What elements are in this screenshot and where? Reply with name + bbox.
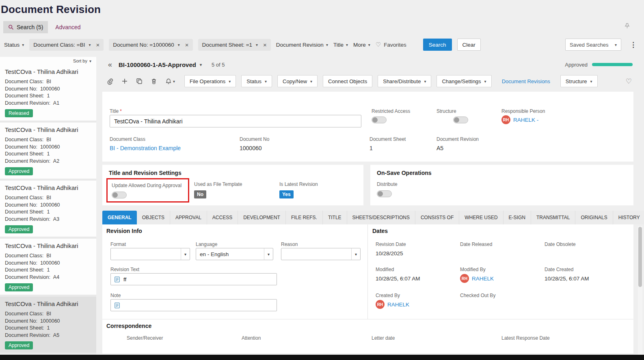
- tab-where-used[interactable]: WHERE USED: [459, 211, 503, 224]
- search-results-tab[interactable]: Search (5): [3, 21, 48, 33]
- copy-icon[interactable]: [135, 75, 144, 87]
- result-item-selected[interactable]: TestCOva - Thilina Adhikari Document Cla…: [0, 297, 96, 353]
- vertical-scrollbar[interactable]: [638, 226, 642, 355]
- title-revision-settings-card: Title and Revision Settings Update Allow…: [102, 165, 363, 205]
- tab-approval[interactable]: APPROVAL: [170, 211, 207, 224]
- document-revision-filter-dropdown[interactable]: Document Revision ▾: [276, 42, 328, 48]
- filter-dropdown-label: Document Revision: [276, 42, 324, 48]
- modified-by-link[interactable]: RAHELK: [472, 276, 494, 282]
- tab-consists-of[interactable]: CONSISTS OF: [415, 211, 459, 224]
- tab-objects[interactable]: OBJECTS: [137, 211, 170, 224]
- tab-file-refs[interactable]: FILE REFS.: [286, 211, 323, 224]
- sort-by-dropdown[interactable]: Sort by ▾: [0, 57, 96, 65]
- toolbar-button-label: Change/Settings: [442, 78, 481, 84]
- distribute-toggle[interactable]: [377, 190, 392, 197]
- result-item[interactable]: TestCOva - Thilina Adhikari Document Cla…: [0, 181, 96, 237]
- checked-out-by-label: Checked Out By: [460, 293, 495, 298]
- responsible-person-link[interactable]: RAHELK -: [513, 117, 538, 123]
- required-mark: *: [120, 108, 122, 114]
- update-allowed-toggle[interactable]: [112, 192, 127, 198]
- status-filter-dropdown[interactable]: Status ▾: [4, 42, 24, 48]
- structure-toggle-label: Structure: [437, 108, 456, 114]
- created-by-link[interactable]: RAHELK: [387, 302, 409, 308]
- result-field-value: A3: [53, 216, 59, 223]
- result-item[interactable]: TestCOva - Thilina Adhikari Document Cla…: [0, 239, 96, 295]
- note-label: Note: [110, 293, 121, 298]
- result-field-value: A2: [53, 158, 59, 165]
- scrollbar-thumb[interactable]: [638, 227, 642, 287]
- language-select[interactable]: en - English ▾: [196, 248, 273, 260]
- tab-transmittal[interactable]: TRANSMITTAL: [531, 211, 575, 224]
- result-item[interactable]: TestCOva - Thilina Adhikari Document Cla…: [0, 65, 96, 121]
- date-released-label: Date Released: [460, 241, 492, 247]
- copy-new-button[interactable]: Copy/New ▾: [277, 75, 318, 87]
- format-select[interactable]: ▾: [110, 248, 190, 260]
- chevron-down-icon: ▾: [200, 63, 202, 67]
- title-filter-dropdown[interactable]: Title ▾: [333, 42, 348, 48]
- filter-chip-document-class[interactable]: Document Class: =BI ▾ ×: [29, 39, 104, 51]
- result-field-label: Document Sheet:: [5, 267, 44, 274]
- chevron-down-icon: ▾: [22, 43, 24, 47]
- revision-text-label: Revision Text: [110, 267, 139, 272]
- filter-chip-document-sheet[interactable]: Document Sheet: =1 ▾ ×: [198, 39, 271, 51]
- add-icon[interactable]: [120, 75, 129, 87]
- tab-e-sign[interactable]: E-SIGN: [504, 211, 531, 224]
- tab-access[interactable]: ACCESS: [207, 211, 238, 224]
- collapse-panel-icon[interactable]: «: [108, 61, 112, 68]
- document-sheet-label: Document Sheet: [370, 136, 406, 142]
- title-input[interactable]: [110, 115, 361, 127]
- chevron-down-icon: ▾: [484, 79, 486, 84]
- delete-icon[interactable]: [149, 75, 158, 87]
- result-field-label: Document Revision:: [5, 158, 50, 165]
- modified-by-person: RH RAHELK: [460, 274, 494, 283]
- result-field-label: Document Class:: [5, 310, 43, 318]
- saved-searches-select[interactable]: Saved Searches ▾: [565, 39, 621, 51]
- filter-chip-document-no[interactable]: Document No: =1000060 ▾ ×: [109, 39, 192, 51]
- pin-icon[interactable]: [624, 23, 630, 29]
- app-root: Document Revision Search (5) Advanced St…: [0, 0, 644, 360]
- created-by-label: Created By: [376, 293, 400, 298]
- tab-history[interactable]: HISTORY: [613, 211, 644, 224]
- tab-sheets-descriptions[interactable]: SHEETS/DESCRIPTIONS: [347, 211, 415, 224]
- clear-button[interactable]: Clear: [457, 39, 481, 51]
- attachment-icon[interactable]: [105, 75, 115, 87]
- revision-text-input[interactable]: [123, 276, 273, 282]
- result-item[interactable]: TestCOva - Thilina Adhikari Document Cla…: [0, 123, 96, 179]
- remove-filter-icon[interactable]: ×: [185, 41, 189, 48]
- change-settings-button[interactable]: Change/Settings ▾: [437, 75, 491, 87]
- search-button[interactable]: Search: [423, 39, 452, 51]
- record-title-dropdown[interactable]: BI-1000060-1-A5-Approved ▾: [119, 61, 202, 68]
- status-button[interactable]: Status ▾: [241, 75, 272, 87]
- structure-button[interactable]: Structure ▾: [560, 75, 598, 87]
- main-content: « BI-1000060-1-A5-Approved ▾ 5 of 5 Appr…: [102, 58, 633, 355]
- result-field-value: A1: [53, 100, 59, 107]
- document-revisions-button[interactable]: Document Revisions: [497, 75, 555, 87]
- connect-objects-button[interactable]: Connect Objects: [323, 75, 372, 87]
- remove-filter-icon[interactable]: ×: [96, 41, 100, 48]
- restricted-access-label: Restricted Access: [372, 108, 410, 114]
- tab-development[interactable]: DEVELOPMENT: [238, 211, 286, 224]
- favorite-heart-icon[interactable]: ♡: [626, 77, 633, 86]
- filter-bar: Status ▾ Document Class: =BI ▾ × Documen…: [0, 37, 644, 52]
- favorites-button[interactable]: ♡ Favorites: [376, 41, 406, 48]
- more-options-kebab-icon[interactable]: ⋮: [627, 41, 640, 49]
- document-class-link[interactable]: BI - Demonstration Example: [110, 145, 181, 151]
- tab-title[interactable]: TITLE: [323, 211, 347, 224]
- tab-originals[interactable]: ORIGINALS: [575, 211, 613, 224]
- more-filters-dropdown[interactable]: More ▾: [353, 42, 370, 48]
- date-obsolete-label: Date Obsolete: [545, 241, 576, 247]
- advanced-search-link[interactable]: Advanced: [55, 24, 80, 30]
- remove-filter-icon[interactable]: ×: [263, 41, 267, 48]
- tab-general[interactable]: GENERAL: [102, 211, 137, 224]
- notifications-bell-icon[interactable]: ▾: [164, 75, 176, 87]
- result-field-value: 1: [47, 93, 50, 100]
- file-operations-button[interactable]: File Operations ▾: [184, 75, 236, 87]
- restricted-access-toggle[interactable]: [372, 116, 387, 123]
- note-input[interactable]: [123, 302, 273, 308]
- share-distribute-button[interactable]: Share/Distribute ▾: [378, 75, 431, 87]
- reason-select[interactable]: ▾: [281, 248, 361, 260]
- page-title: Document Revision: [1, 3, 101, 16]
- toolbar-button-label: File Operations: [190, 78, 225, 84]
- modified-value: 10/28/25, 6:07 AM: [376, 276, 420, 282]
- structure-toggle[interactable]: [453, 116, 468, 123]
